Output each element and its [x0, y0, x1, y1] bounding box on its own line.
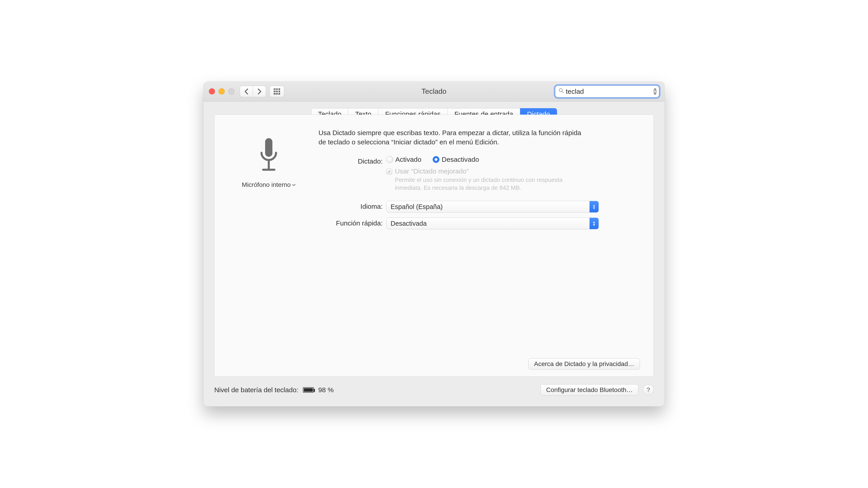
stepper-icon: ▲▼ — [590, 201, 598, 213]
dictation-off-radio[interactable]: Desactivado — [433, 156, 479, 163]
keyboard-battery-percent: 98 % — [318, 386, 334, 394]
close-window-button[interactable] — [209, 88, 215, 94]
battery-icon — [303, 387, 314, 393]
microphone-source-label: Micrófono interno — [242, 181, 291, 188]
clear-search-button[interactable] — [653, 88, 657, 95]
settings-column: Usa Dictado siempre que escribas texto. … — [318, 128, 640, 234]
minimize-window-button[interactable] — [219, 88, 225, 94]
enhanced-dictation-checkbox: ✓ Usar “Dictado mejorado” Permite el uso… — [386, 167, 640, 192]
language-popup[interactable]: Español (España) ▲▼ — [386, 201, 599, 213]
checkbox-icon: ✓ — [386, 168, 392, 174]
microphone-source-dropdown[interactable]: Micrófono interno — [242, 181, 296, 188]
radio-icon — [386, 156, 393, 163]
shortcut-value: Desactivada — [391, 220, 427, 227]
microphone-icon — [256, 137, 281, 177]
shortcut-row: Función rápida: Desactivada ▲▼ — [318, 218, 640, 229]
chevron-right-icon — [257, 89, 262, 94]
language-row: Idioma: Español (España) ▲▼ — [318, 201, 640, 213]
back-button[interactable] — [240, 86, 253, 97]
chevron-left-icon — [244, 89, 249, 94]
keyboard-battery-label: Nivel de batería del teclado: — [214, 386, 298, 394]
forward-button[interactable] — [253, 86, 266, 97]
radio-label: Activado — [395, 156, 421, 163]
language-value: Español (España) — [391, 203, 443, 210]
dictation-on-radio[interactable]: Activado — [386, 156, 421, 163]
dictation-privacy-button[interactable]: Acerca de Dictado y la privacidad… — [528, 358, 640, 369]
help-button[interactable]: ? — [643, 385, 654, 395]
dictation-row-label: Dictado: — [318, 156, 386, 165]
bluetooth-keyboard-button[interactable]: Configurar teclado Bluetooth… — [540, 384, 638, 396]
nav-buttons — [240, 86, 266, 97]
enhanced-dictation-label: Usar “Dictado mejorado” — [395, 167, 571, 175]
enhanced-dictation-desc: Permite el uso sin conexión y un dictado… — [395, 176, 571, 192]
search-field[interactable] — [555, 86, 659, 97]
svg-line-1 — [562, 91, 563, 93]
dictation-row: Dictado: Activado Desactivado — [318, 156, 640, 192]
footer: Nivel de batería del teclado: 98 % Confi… — [204, 377, 664, 406]
chevron-down-icon — [292, 182, 296, 188]
preferences-window: Teclado Teclado Texto Funciones rápidas … — [204, 82, 664, 406]
svg-rect-2 — [265, 138, 272, 157]
radio-icon — [433, 156, 439, 163]
shortcut-row-label: Función rápida: — [318, 218, 386, 227]
stepper-icon: ▲▼ — [590, 218, 598, 229]
microphone-column: Micrófono interno — [228, 128, 309, 234]
traffic-lights — [209, 88, 235, 94]
x-icon — [653, 90, 657, 93]
search-input[interactable] — [566, 88, 652, 95]
dictation-description: Usa Dictado siempre que escribas texto. … — [318, 128, 590, 147]
titlebar: Teclado — [204, 82, 664, 101]
zoom-window-button — [228, 88, 235, 94]
grid-icon — [274, 88, 280, 95]
shortcut-popup[interactable]: Desactivada ▲▼ — [386, 218, 599, 229]
language-row-label: Idioma: — [318, 201, 386, 210]
content-panel: Micrófono interno Usa Dictado siempre qu… — [214, 115, 654, 377]
radio-label: Desactivado — [442, 156, 479, 163]
show-all-button[interactable] — [270, 86, 284, 97]
search-icon — [559, 88, 564, 95]
